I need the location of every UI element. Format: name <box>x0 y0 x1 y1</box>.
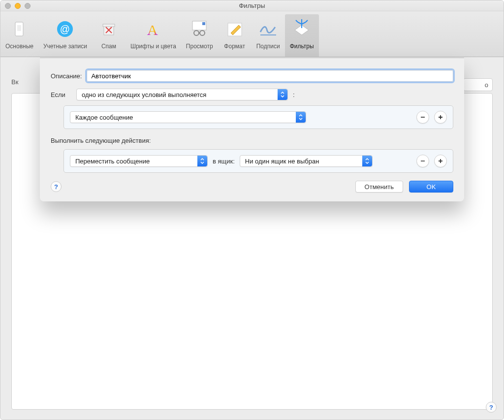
svg-rect-5 <box>103 24 115 27</box>
composing-icon <box>223 17 247 41</box>
preferences-window: Фильтры Основные @ Учетные записи Спам A… <box>0 0 504 420</box>
bg-enabled-column-header: Вк <box>11 78 18 86</box>
action-type-popup[interactable]: Переместить сообщение <box>70 155 208 167</box>
if-condition-mode-value: одно из следующих условий выполняется <box>82 91 206 98</box>
actions-container: Переместить сообщение в ящик: Ни один ящ… <box>63 149 453 173</box>
updown-icon <box>362 156 372 166</box>
action-type-value: Переместить сообщение <box>75 158 150 165</box>
minimize-window-button[interactable] <box>15 3 21 9</box>
viewing-icon <box>188 17 211 41</box>
traffic-lights <box>5 3 31 9</box>
to-mailbox-label: в ящик: <box>213 158 235 165</box>
add-action-button[interactable] <box>434 155 447 167</box>
mailbox-popup[interactable]: Ни один ящик не выбран <box>240 155 373 167</box>
condition-field-value: Каждое сообщение <box>75 114 133 121</box>
general-icon <box>7 17 31 41</box>
actions-label: Выполнить следующие действия: <box>51 137 453 144</box>
toolbar-tab-accounts[interactable]: @ Учетные записи <box>38 14 92 57</box>
junk-icon <box>97 17 121 41</box>
svg-rect-1 <box>17 25 21 31</box>
svg-point-12 <box>200 31 205 35</box>
help-icon: ? <box>489 404 493 411</box>
updown-icon <box>296 112 306 123</box>
help-icon: ? <box>54 183 58 191</box>
toolbar-tab-viewing[interactable]: Просмотр <box>181 14 218 57</box>
condition-row: Каждое сообщение <box>70 111 447 124</box>
toolbar-tab-rules[interactable]: Фильтры <box>285 14 319 57</box>
plus-icon <box>437 158 444 164</box>
svg-point-11 <box>194 31 199 35</box>
toolbar-tab-junk[interactable]: Спам <box>92 14 126 57</box>
svg-text:@: @ <box>60 24 70 34</box>
rules-icon <box>290 17 314 41</box>
preferences-toolbar: Основные @ Учетные записи Спам A Шрифты … <box>0 11 504 57</box>
conditions-container: Каждое сообщение <box>63 105 453 129</box>
condition-field-popup[interactable]: Каждое сообщение <box>70 111 306 123</box>
remove-action-button[interactable] <box>416 155 429 167</box>
toolbar-tab-composing[interactable]: Формат <box>218 14 252 57</box>
description-input[interactable] <box>87 70 453 82</box>
if-label: Если <box>51 91 71 98</box>
window-help-button[interactable]: ? <box>486 402 497 413</box>
plus-icon <box>437 114 444 121</box>
description-label: Описание: <box>51 72 82 80</box>
sheet-button-row: ? Отменить OK <box>51 181 453 193</box>
accounts-icon: @ <box>53 17 77 41</box>
titlebar: Фильтры <box>0 0 504 11</box>
maximize-window-button[interactable] <box>25 3 31 9</box>
if-condition-mode-popup[interactable]: одно из следующих условий выполняется <box>76 89 288 100</box>
ok-button[interactable]: OK <box>409 181 453 193</box>
window-title: Фильтры <box>239 2 265 9</box>
cancel-button[interactable]: Отменить <box>355 181 403 193</box>
toolbar-tab-signatures[interactable]: Подписи <box>252 14 285 57</box>
close-window-button[interactable] <box>5 3 11 9</box>
svg-text:A: A <box>147 22 158 38</box>
action-row: Переместить сообщение в ящик: Ни один ящ… <box>70 155 447 167</box>
updown-icon <box>197 156 207 166</box>
minus-icon <box>419 158 426 164</box>
svg-rect-10 <box>202 22 205 25</box>
toolbar-tab-general[interactable]: Основные <box>0 14 38 57</box>
help-button[interactable]: ? <box>51 181 62 192</box>
remove-condition-button[interactable] <box>416 111 429 124</box>
rule-edit-sheet: Описание: Если одно из следующих условий… <box>40 58 464 201</box>
fonts-icon: A <box>141 17 165 41</box>
minus-icon <box>419 114 426 121</box>
bg-button-partial-1: о <box>463 78 493 91</box>
updown-icon <box>278 89 287 100</box>
colon-label: : <box>293 91 295 98</box>
signature-icon <box>256 17 280 41</box>
add-condition-button[interactable] <box>434 111 447 124</box>
mailbox-popup-value: Ни один ящик не выбран <box>245 158 319 165</box>
toolbar-tab-fonts[interactable]: A Шрифты и цвета <box>126 14 181 57</box>
